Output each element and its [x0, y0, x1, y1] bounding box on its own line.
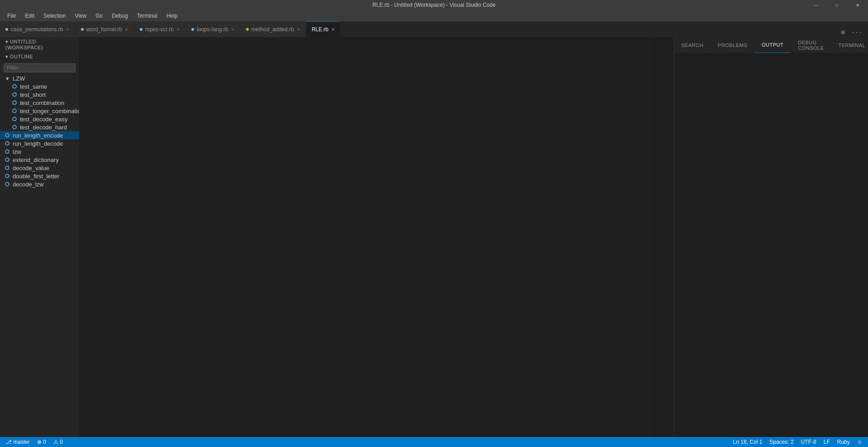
tab-close-icon[interactable]: × — [66, 26, 69, 33]
tab-label: word_funnel.rb — [86, 26, 122, 33]
tab-close-icon[interactable]: × — [331, 26, 335, 33]
menu-terminal[interactable]: Terminal — [133, 12, 161, 20]
status-feedback[interactable]: ☺ — [857, 439, 863, 445]
tree-label-run_length_decode: run_length_decode — [13, 140, 63, 147]
tree-icon-test_same — [11, 83, 18, 90]
more-actions-icon[interactable]: ··· — [849, 28, 864, 37]
status-spaces[interactable]: Spaces: 2 — [769, 439, 793, 445]
svg-point-8 — [5, 150, 9, 153]
tree-item-lzw_method[interactable]: lzw — [0, 147, 79, 156]
editor-area — [79, 37, 674, 437]
tree-label-test_decode_hard: test_decode_hard — [20, 124, 67, 131]
tree-icon-decode_lzw — [4, 181, 11, 188]
workspace-label[interactable]: ▾ UNTITLED (WORKSPACE) — [0, 37, 79, 52]
tab-label: case_permutations.rb — [11, 26, 63, 33]
maximize-button[interactable]: □ — [826, 0, 847, 10]
panel-tab-search[interactable]: SEARCH — [674, 37, 711, 53]
tree-item-run_length_decode[interactable]: run_length_decode — [0, 139, 79, 147]
tree-label-lzw_method: lzw — [13, 148, 21, 155]
tree-icon-lzw_method — [4, 148, 11, 155]
tree-item-decode_value[interactable]: decode_value — [0, 164, 79, 172]
tree-item-test_decode_easy[interactable]: test_decode_easy — [0, 115, 79, 123]
window-title: RLE.rb - Untitled (Workspace) - Visual S… — [372, 2, 495, 8]
panel-tab-terminal[interactable]: TERMINAL — [831, 37, 868, 53]
tab-close-icon[interactable]: × — [176, 26, 180, 33]
menu-selection[interactable]: Selection — [40, 12, 69, 20]
tree-label-decode_lzw: decode_lzw — [13, 181, 44, 188]
menu-go[interactable]: Go — [92, 12, 106, 20]
panel-tab-problems[interactable]: PROBLEMS — [711, 37, 754, 53]
svg-point-2 — [13, 101, 16, 105]
tab-close-icon[interactable]: × — [297, 26, 300, 33]
chevron-right-icon: ▾ — [5, 39, 10, 44]
panel-tab-output[interactable]: OUTPUT — [754, 37, 791, 53]
tab-case-permutations[interactable]: case_permutations.rb × — [0, 21, 76, 37]
menu-file[interactable]: File — [4, 12, 19, 20]
right-panel: SEARCH PROBLEMS OUTPUT DEBUG CONSOLE TER… — [674, 37, 868, 437]
sidebar: ▾ UNTITLED (WORKSPACE) ▾ OUTLINE ▾LZWtes… — [0, 37, 79, 437]
tree-label-test_combination: test_combination — [20, 100, 64, 106]
tab-modified-dot — [246, 28, 249, 31]
tree-item-test_same[interactable]: test_same — [0, 82, 79, 90]
panel-tab-debug-console[interactable]: DEBUG CONSOLE — [791, 37, 831, 53]
code-content[interactable] — [102, 37, 650, 437]
tree-item-test_longer_combination[interactable]: test_longer_combination — [0, 107, 79, 115]
status-branch[interactable]: ⎇ master — [5, 439, 30, 445]
tab-bar: case_permutations.rb × word_funnel.rb × … — [0, 21, 868, 37]
menu-edit[interactable]: Edit — [21, 12, 38, 20]
minimap — [650, 37, 672, 437]
menu-debug[interactable]: Debug — [108, 12, 131, 20]
tree-icon-lzw: ▾ — [4, 75, 11, 82]
tree-item-run_length_encode[interactable]: run_length_encode — [0, 131, 79, 139]
tree-item-double_first_letter[interactable]: double_first_letter — [0, 172, 79, 180]
status-line-endings[interactable]: LF — [824, 439, 830, 445]
main-area: ▾ UNTITLED (WORKSPACE) ▾ OUTLINE ▾LZWtes… — [0, 37, 868, 437]
tab-loops-lang[interactable]: loops-lang.rb × — [186, 21, 241, 37]
tree-label-test_longer_combination: test_longer_combination — [20, 108, 79, 114]
panel-content — [674, 53, 868, 437]
editor-scrollbar — [672, 37, 674, 437]
outline-filter-input[interactable] — [4, 63, 76, 72]
status-language[interactable]: Ruby — [837, 439, 850, 445]
sidebar-tree: ▾LZWtest_sametest_shorttest_combinationt… — [0, 74, 79, 437]
menu-view[interactable]: View — [71, 12, 90, 20]
svg-point-9 — [5, 158, 9, 162]
tree-item-lzw[interactable]: ▾LZW — [0, 74, 79, 82]
status-cursor-pos[interactable]: Ln 18, Col 1 — [733, 439, 763, 445]
svg-point-10 — [5, 166, 9, 170]
tree-item-test_combination[interactable]: test_combination — [0, 99, 79, 107]
tab-rle-rb[interactable]: RLE.rb × — [306, 21, 341, 37]
tree-icon-run_length_encode — [4, 132, 11, 139]
tree-item-test_decode_hard[interactable]: test_decode_hard — [0, 123, 79, 131]
tree-item-decode_lzw[interactable]: decode_lzw — [0, 180, 79, 188]
close-button[interactable]: ✕ — [847, 0, 868, 10]
tree-icon-extend_dictionary — [4, 156, 11, 163]
tab-method-added[interactable]: method_added.rb × — [241, 21, 306, 37]
tree-label-double_first_letter: double_first_letter — [13, 173, 59, 180]
tab-close-icon[interactable]: × — [125, 26, 128, 33]
tab-dot — [5, 28, 8, 31]
minimize-button[interactable]: ― — [806, 0, 826, 10]
tree-label-run_length_encode: run_length_encode — [13, 132, 63, 139]
tree-icon-test_combination — [11, 99, 18, 106]
tree-label-extend_dictionary: extend_dictionary — [13, 157, 59, 163]
tab-rspec-vcr[interactable]: rspec-vcr.rb × — [134, 21, 186, 37]
status-errors[interactable]: ⊗ 0 — [37, 439, 46, 445]
tree-item-extend_dictionary[interactable]: extend_dictionary — [0, 156, 79, 164]
tree-item-test_short[interactable]: test_short — [0, 90, 79, 99]
split-editor-icon[interactable]: ⊞ — [839, 28, 846, 37]
code-editor[interactable] — [79, 37, 674, 437]
status-warnings[interactable]: ⚠ 0 — [53, 439, 63, 445]
svg-point-5 — [13, 125, 16, 129]
svg-point-0 — [13, 85, 16, 88]
status-encoding[interactable]: UTF-8 — [801, 439, 816, 445]
tab-label: method_added.rb — [251, 26, 294, 33]
chevron-right-icon: ▾ — [5, 54, 10, 59]
outline-label[interactable]: ▾ OUTLINE — [0, 52, 79, 62]
tab-close-icon[interactable]: × — [231, 26, 234, 33]
menu-help[interactable]: Help — [163, 12, 181, 20]
tree-label-decode_value: decode_value — [13, 165, 49, 171]
tree-label-test_short: test_short — [20, 91, 46, 98]
svg-point-1 — [13, 93, 16, 96]
tab-word-funnel[interactable]: word_funnel.rb × — [76, 21, 135, 37]
